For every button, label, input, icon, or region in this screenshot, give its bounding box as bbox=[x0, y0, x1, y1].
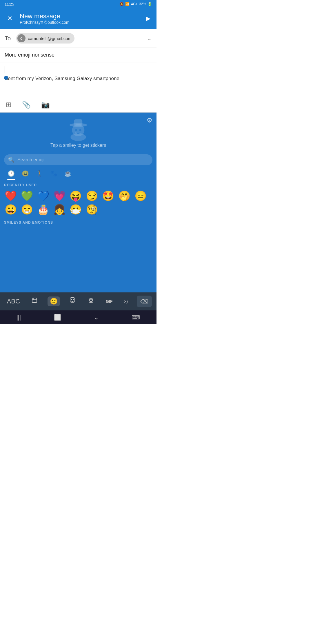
signal-icon: 4G+ bbox=[131, 2, 138, 6]
emoji-keyboard: ⚙ ★ Tap a smiley to get stickers 🔍 🕐 😐 bbox=[0, 113, 156, 292]
svg-point-5 bbox=[79, 129, 81, 131]
recipient-avatar: c bbox=[17, 34, 26, 42]
bitmoji-icon bbox=[88, 297, 94, 306]
wifi-icon: 📶 bbox=[125, 2, 130, 6]
abc-icon: ABC bbox=[7, 298, 20, 305]
keyboard-abc-button[interactable]: ABC bbox=[5, 296, 22, 306]
emoji-heart-green[interactable]: 💚 bbox=[19, 189, 35, 202]
emoji-category-tabs: 🕐 😐 🚶 🐾 ☕ bbox=[0, 165, 156, 180]
cursor-handle bbox=[4, 76, 8, 80]
sticker-mascot-icon: ★ bbox=[65, 118, 91, 141]
body-field[interactable]: Sent from my Verizon, Samsung Galaxy sma… bbox=[0, 62, 156, 97]
recipient-chip[interactable]: c camontelli@gmail.com bbox=[16, 33, 74, 44]
emoji-hugs[interactable]: 🤭 bbox=[117, 189, 132, 202]
svg-point-14 bbox=[90, 299, 90, 300]
keyboard-bitmoji-button[interactable] bbox=[85, 296, 97, 307]
svg-rect-7 bbox=[32, 298, 37, 303]
keyboard-stickers-button[interactable] bbox=[29, 296, 41, 307]
expand-recipients-button[interactable]: ⌄ bbox=[147, 35, 152, 42]
memoji-icon bbox=[69, 297, 76, 306]
close-button[interactable]: ✕ bbox=[5, 15, 15, 22]
keyboard-memoji-button[interactable] bbox=[67, 296, 78, 307]
android-nav-bar: ||| ⬜ ⌄ ⌨ bbox=[0, 310, 156, 324]
keyboard-gif-button[interactable]: GIF bbox=[103, 298, 115, 305]
svg-point-15 bbox=[91, 299, 92, 300]
sender-email: ProfChrissyX@outlook.com bbox=[20, 20, 140, 25]
status-icons: 🔕 📶 4G+ 32% 🔋 bbox=[119, 2, 152, 6]
svg-rect-3 bbox=[74, 119, 82, 125]
compose-title: New message bbox=[20, 12, 140, 20]
camera-icon[interactable]: 📷 bbox=[41, 101, 50, 109]
keyboard-bottom-bar: ABC 🙂 bbox=[0, 292, 156, 310]
keyboard-kaomoji-button[interactable]: :-) bbox=[122, 298, 130, 305]
compose-toolbar: ⊞ 📎 📷 bbox=[0, 97, 156, 113]
keyboard-delete-button[interactable]: ⌫ bbox=[137, 296, 152, 307]
status-bar: 11:25 🔕 📶 4G+ 32% 🔋 bbox=[0, 0, 156, 8]
recently-used-grid: ❤️ 💚 💙 💗 😝 😏 🤩 🤭 😑 😀 😁 🎂 👧 😷 🧐 bbox=[0, 188, 156, 218]
emoji-search-input[interactable] bbox=[17, 157, 148, 162]
delete-icon: ⌫ bbox=[140, 298, 148, 305]
emoji-expressionless[interactable]: 😑 bbox=[133, 189, 148, 202]
tab-people[interactable]: 🚶 bbox=[32, 168, 47, 180]
mute-icon: 🔕 bbox=[119, 2, 124, 6]
attach-template-icon[interactable]: ⊞ bbox=[6, 101, 12, 109]
keyboard-emoji-button[interactable]: 🙂 bbox=[48, 296, 60, 306]
tab-recent[interactable]: 🕐 bbox=[4, 168, 18, 180]
recipient-email: camontelli@gmail.com bbox=[28, 36, 72, 41]
emoji-heart-red[interactable]: ❤️ bbox=[3, 189, 19, 202]
sticker-promo: ★ Tap a smiley to get stickers bbox=[0, 113, 156, 152]
nav-down-button[interactable]: ⌄ bbox=[88, 312, 105, 323]
svg-point-12 bbox=[73, 299, 74, 300]
search-icon: 🔍 bbox=[8, 157, 14, 163]
emoji-heart-blue[interactable]: 💙 bbox=[35, 189, 51, 202]
subject-field[interactable]: More emoji nonsense bbox=[0, 48, 156, 62]
battery-icon: 🔋 bbox=[148, 2, 152, 6]
send-button[interactable]: ► bbox=[145, 15, 152, 23]
kaomoji-icon: :-) bbox=[124, 299, 128, 304]
tab-food[interactable]: ☕ bbox=[61, 168, 75, 180]
attach-file-icon[interactable]: 📎 bbox=[22, 101, 31, 109]
subject-value: More emoji nonsense bbox=[5, 52, 54, 58]
header-title-area: New message ProfChrissyX@outlook.com bbox=[20, 12, 140, 25]
time: 11:25 bbox=[5, 2, 14, 6]
svg-point-11 bbox=[71, 299, 72, 300]
smileys-label: SMILEYS AND EMOTIONS bbox=[0, 218, 156, 226]
gif-icon: GIF bbox=[106, 299, 112, 304]
battery-text: 32% bbox=[139, 2, 146, 6]
to-field[interactable]: To c camontelli@gmail.com ⌄ bbox=[0, 29, 156, 48]
sticker-promo-text: Tap a smiley to get stickers bbox=[50, 143, 106, 148]
to-label: To bbox=[5, 35, 13, 42]
email-signature: Sent from my Verizon, Samsung Galaxy sma… bbox=[5, 76, 152, 82]
recently-used-label: RECENTLY USED bbox=[0, 180, 156, 188]
emoji-smirk[interactable]: 😏 bbox=[84, 189, 100, 202]
emoji-big-grin[interactable]: 😁 bbox=[19, 203, 35, 216]
emoji-grin[interactable]: 😀 bbox=[3, 203, 19, 216]
svg-point-13 bbox=[89, 298, 93, 302]
emoji-girl[interactable]: 👧 bbox=[52, 203, 67, 216]
emoji-icon: 🙂 bbox=[50, 298, 58, 305]
emoji-mask[interactable]: 😷 bbox=[68, 203, 83, 216]
emoji-heart-pink[interactable]: 💗 bbox=[52, 189, 67, 202]
tab-animals[interactable]: 🐾 bbox=[47, 168, 61, 180]
emoji-star-eyes[interactable]: 🤩 bbox=[100, 189, 116, 202]
tab-smileys[interactable]: 😐 bbox=[18, 168, 32, 180]
emoji-birthday[interactable]: 🎂 bbox=[35, 203, 51, 216]
keyboard-settings-icon[interactable]: ⚙ bbox=[147, 117, 152, 124]
nav-back-button[interactable]: ||| bbox=[11, 312, 27, 323]
emoji-search-bar[interactable]: 🔍 bbox=[4, 154, 152, 165]
nav-home-button[interactable]: ⬜ bbox=[48, 312, 67, 323]
stickers-icon bbox=[31, 297, 38, 306]
nav-keyboard-button[interactable]: ⌨ bbox=[126, 312, 146, 323]
compose-header: ✕ New message ProfChrissyX@outlook.com ► bbox=[0, 8, 156, 29]
text-cursor bbox=[5, 66, 5, 73]
emoji-monocle[interactable]: 🧐 bbox=[84, 203, 100, 216]
emoji-squinting[interactable]: 😝 bbox=[68, 189, 83, 202]
